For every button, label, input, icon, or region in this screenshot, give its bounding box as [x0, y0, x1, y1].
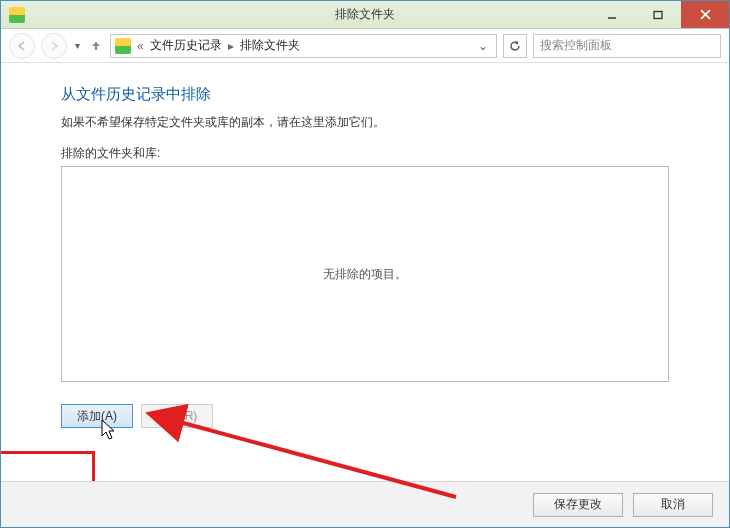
excluded-list[interactable]: 无排除的项目。 [61, 166, 669, 382]
back-button[interactable] [9, 33, 35, 59]
search-input[interactable]: 搜索控制面板 [533, 34, 721, 58]
navbar: ▾ « 文件历史记录 ▸ 排除文件夹 ⌄ 搜索控制面板 [1, 29, 729, 63]
titlebar: 排除文件夹 [1, 1, 729, 29]
page-heading: 从文件历史记录中排除 [61, 85, 669, 104]
content-area: 从文件历史记录中排除 如果不希望保存特定文件夹或库的副本，请在这里添加它们。 排… [1, 63, 729, 481]
refresh-button[interactable] [503, 34, 527, 58]
window-buttons [589, 1, 729, 28]
search-placeholder: 搜索控制面板 [540, 37, 612, 54]
list-buttons: 添加(A) 删除(R) [61, 404, 669, 428]
remove-button: 删除(R) [141, 404, 213, 428]
chevron-down-icon[interactable]: ⌄ [474, 39, 492, 53]
up-button[interactable] [88, 38, 104, 54]
cancel-button[interactable]: 取消 [633, 493, 713, 517]
annotation-highlight [1, 451, 95, 481]
list-label: 排除的文件夹和库: [61, 145, 669, 162]
maximize-button[interactable] [635, 1, 681, 28]
page-description: 如果不希望保存特定文件夹或库的副本，请在这里添加它们。 [61, 114, 669, 131]
window: 排除文件夹 ▾ « 文件历史记录 ▸ 排 [0, 0, 730, 528]
address-bar[interactable]: « 文件历史记录 ▸ 排除文件夹 ⌄ [110, 34, 497, 58]
add-button[interactable]: 添加(A) [61, 404, 133, 428]
save-button[interactable]: 保存更改 [533, 493, 623, 517]
breadcrumb-2[interactable]: 排除文件夹 [240, 37, 300, 54]
forward-button[interactable] [41, 33, 67, 59]
svg-rect-1 [654, 11, 662, 18]
minimize-button[interactable] [589, 1, 635, 28]
footer: 保存更改 取消 [1, 481, 729, 527]
history-dropdown-icon[interactable]: ▾ [73, 40, 82, 51]
close-button[interactable] [681, 1, 729, 28]
app-icon [9, 7, 25, 23]
empty-list-text: 无排除的项目。 [323, 266, 407, 283]
chevron-right-icon: ▸ [226, 39, 236, 53]
location-icon [115, 38, 131, 54]
crumb-prefix: « [135, 39, 146, 53]
breadcrumb-1[interactable]: 文件历史记录 [150, 37, 222, 54]
